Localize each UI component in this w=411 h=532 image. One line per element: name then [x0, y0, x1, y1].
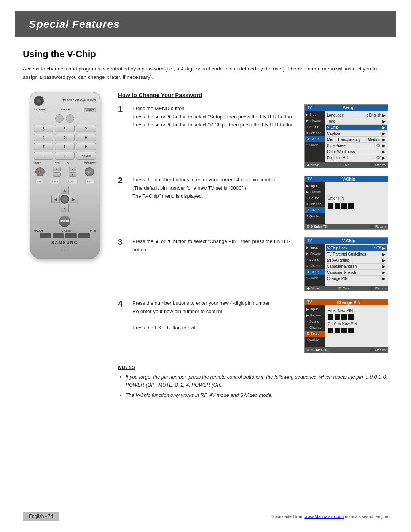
sidebar-sound-3[interactable]: ♪Sound	[305, 257, 325, 263]
dpad-down[interactable]: ▼	[61, 204, 69, 212]
footer-return-4: ⬛ Return	[370, 348, 386, 352]
tv-header-4: TV Change PIN	[305, 299, 388, 305]
menu-vchip[interactable]: V-Chip ▶	[326, 125, 387, 131]
tv-footer-3: ◆ Move ⊡ Enter ⬛ Return	[305, 286, 388, 291]
sidebar-picture-4[interactable]: ▶Picture	[305, 312, 325, 318]
net-btn[interactable]: Net	[35, 179, 43, 184]
dvd-label: DVD	[90, 99, 96, 102]
vol-rocker[interactable]: + –	[53, 167, 61, 177]
sidebar-sound-2[interactable]: ♪Sound	[305, 195, 325, 201]
input-lbl-4: Input	[310, 307, 318, 311]
mode-button[interactable]: MODE	[84, 108, 96, 112]
btn-1[interactable]: 1	[34, 125, 54, 132]
vchip-lock-label: V-Chip Lock	[327, 246, 347, 250]
menu-functionhelp: Function Help : Off ▶	[327, 155, 386, 161]
sidebar-input-2[interactable]: ▶Input	[305, 183, 325, 189]
btn-9[interactable]: 9	[76, 143, 96, 150]
sidebar-setup-2[interactable]: ⚙Setup	[305, 207, 325, 213]
dpad-left[interactable]: ◀	[51, 195, 60, 203]
sidebar-guide-3[interactable]: ?Guide	[305, 275, 325, 281]
step-1-text: Press the MENU button. Press the ▲ or ▼ …	[132, 104, 298, 129]
transparency-label: Menu Transparency	[327, 137, 360, 142]
btn-dash[interactable]: –	[34, 152, 54, 160]
source-button[interactable]: SRC	[85, 167, 94, 176]
favcn-label: FAV.CH	[34, 229, 43, 232]
guide-icon-2: ?	[306, 214, 308, 218]
menu-time: Time ▶	[327, 118, 386, 125]
sidebar-picture-2[interactable]: ▶Picture	[305, 189, 325, 195]
sidebar-setup-1[interactable]: ⚙ Setup	[305, 136, 325, 142]
sidebar-guide-1[interactable]: ? Guide	[305, 142, 325, 148]
sidebar-sound-4[interactable]: ♪Sound	[305, 318, 325, 324]
sidebar-guide-2[interactable]: ?Guide	[305, 213, 325, 219]
menu-vchip-lock[interactable]: V-Chip Lock : Off ▶	[326, 245, 387, 251]
ch-rocker[interactable]: ▲ ▼	[69, 167, 76, 177]
step-2-screen: TV V-Chip ▶Input ▶Picture ♪Sound ≡Channe…	[304, 176, 388, 230]
pin-dots-1	[328, 203, 385, 209]
sidebar-setup-3[interactable]: ⚙Setup	[305, 269, 325, 275]
func-btn-2[interactable]	[53, 233, 64, 238]
footer-return-1: ⬛ Return	[370, 163, 386, 167]
func-btn-4[interactable]	[78, 233, 90, 238]
tv-main-2: Enter PIN	[325, 182, 388, 224]
step-2-text: Press the number buttons to enter your c…	[132, 176, 298, 200]
section-title: Using the V-Chip	[23, 49, 388, 59]
btn-6[interactable]: 6	[76, 134, 96, 141]
dpad-up[interactable]: ▲	[61, 186, 69, 194]
sidebar-setup-4[interactable]: ⚙Setup	[305, 331, 325, 337]
sidebar-channel-4[interactable]: ≡Channel	[305, 324, 325, 331]
picture-icon-1: ▶	[306, 119, 309, 123]
remote-control: TV STB VCR CABLE DVD ANTENNA PMODE MODE	[30, 92, 100, 259]
sidebar-picture-3[interactable]: ▶Picture	[305, 251, 325, 257]
sidebar-guide-4[interactable]: ?Guide	[305, 337, 325, 343]
btn-0[interactable]: 0	[55, 152, 75, 160]
sidebar-input-1[interactable]: Input	[305, 112, 325, 118]
btn-8[interactable]: 8	[55, 143, 75, 150]
notes-item-2: The V-Chip function only works in RF, AV…	[126, 391, 388, 399]
bluescreen-label: Blue Screen	[327, 144, 347, 148]
dpad-right[interactable]: ▶	[70, 195, 78, 203]
func-btn-3[interactable]	[65, 233, 77, 238]
footer-enter-1: ⊡ Enter	[338, 163, 350, 167]
menu-btn[interactable]: MENU	[67, 179, 78, 184]
sound-lbl-3: Sound	[309, 258, 319, 262]
vchip-lock-value: : Off ▶	[374, 246, 386, 250]
antenna-label: ANTENNA	[34, 108, 46, 112]
mpaa-label: MPAA Rating	[327, 258, 349, 262]
sidebar-input-4[interactable]: ▶Input	[305, 306, 325, 312]
sidebar-channel-2[interactable]: ≡Channel	[305, 201, 325, 207]
picture-lbl-4: Picture	[310, 313, 321, 317]
picture-icon-2: ▶	[306, 190, 309, 194]
btn-4[interactable]: 4	[34, 134, 54, 141]
functionhelp-label: Function Help	[327, 156, 350, 160]
sidebar-channel-1[interactable]: ≡ Channel	[305, 130, 325, 136]
sidebar-input-3[interactable]: ▶Input	[305, 244, 325, 251]
sidebar-sound-1[interactable]: ♪ Sound	[305, 124, 325, 130]
step-3-text: Press the ▲ or ▼ button to select "Chang…	[132, 237, 298, 254]
menu-change-pin[interactable]: Change PIN ▶	[327, 276, 386, 281]
setup-lbl-3: Setup	[311, 270, 320, 274]
number-grid: 1 2 3 4 5 6 7 8 9 – 0 PRE-CH	[34, 125, 96, 160]
vchip-label: V-Chip	[327, 125, 338, 129]
download-link[interactable]: www.Manualslib.com	[304, 514, 344, 519]
footer-move-1: ◆ Move	[307, 163, 319, 167]
info-btn[interactable]: INFO	[50, 179, 59, 184]
btn-prech[interactable]: PRE-CH	[76, 152, 96, 160]
dpad[interactable]: ▲ ▼ ◀ ▶	[51, 186, 78, 212]
exit-btn[interactable]: EXIT	[85, 179, 94, 184]
btn-5[interactable]: 5	[55, 134, 75, 141]
btn-3[interactable]: 3	[76, 125, 96, 132]
sidebar-picture-1[interactable]: ▶ Picture	[305, 118, 325, 124]
btn-2[interactable]: 2	[55, 125, 75, 132]
sidebar-channel-3[interactable]: ≡Channel	[305, 263, 325, 269]
tv-sidebar-1: Input ▶ Picture ♪ Sound	[305, 111, 325, 162]
enter-button[interactable]: ENTER	[59, 216, 70, 227]
mute-button[interactable]: 🔇	[35, 167, 45, 176]
tv-label-1: TV	[307, 105, 312, 110]
notes-list: If you forget the pin number, press the …	[118, 373, 388, 399]
func-btn-1[interactable]	[40, 233, 51, 238]
pin-dot-4	[348, 203, 354, 209]
btn-7[interactable]: 7	[34, 143, 54, 150]
screen-4-title: Change PIN	[337, 300, 361, 305]
power-button[interactable]	[34, 96, 44, 106]
